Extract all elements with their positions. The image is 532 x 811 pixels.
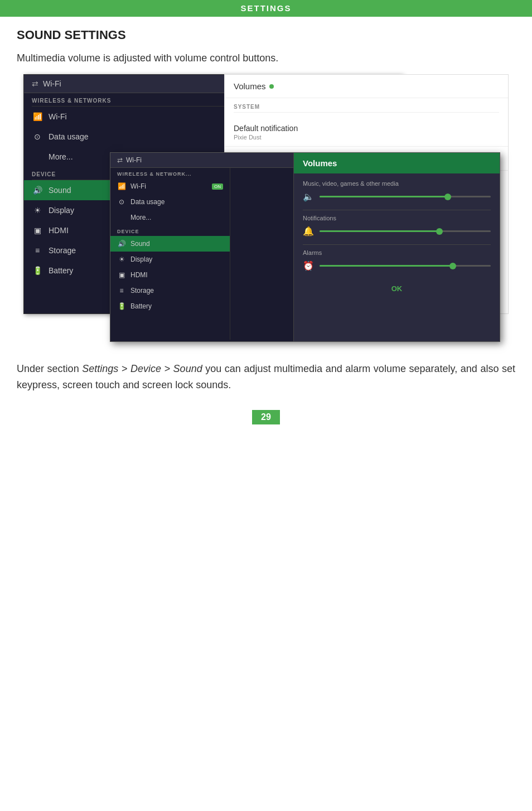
front-wifi-item[interactable]: 📶 Wi-Fi ON bbox=[110, 178, 230, 194]
volumes-row: Volumes bbox=[234, 81, 499, 91]
front-wifi-icon2: 📶 bbox=[117, 182, 126, 190]
display-icon: ☀ bbox=[32, 206, 43, 215]
right-panel-header: Volumes bbox=[225, 75, 508, 98]
notifications-vol-thumb bbox=[436, 228, 443, 235]
alarms-vol-row: ⏰ bbox=[303, 260, 491, 271]
more-label: More... bbox=[49, 152, 73, 161]
front-storage-label: Storage bbox=[130, 287, 154, 295]
volumes-dot bbox=[269, 84, 274, 89]
front-more-label: More... bbox=[130, 214, 151, 221]
display-label: Display bbox=[49, 206, 74, 215]
description-italic: Settings > Device > Sound bbox=[82, 363, 202, 374]
volumes-dialog-title: Volumes bbox=[303, 158, 491, 168]
front-data-icon: ⊙ bbox=[117, 198, 126, 206]
music-vol-row: 🔈 bbox=[303, 191, 491, 202]
front-data-item[interactable]: ⊙ Data usage bbox=[110, 194, 230, 210]
alarms-vol-fill bbox=[320, 265, 453, 267]
front-device-label: DEVICE bbox=[110, 225, 230, 236]
front-battery-item[interactable]: 🔋 Battery bbox=[110, 298, 230, 314]
page-number-container: 29 bbox=[17, 410, 515, 424]
main-content: SOUND SETTINGS Multimedia volume is adju… bbox=[0, 17, 532, 436]
front-display-label: Display bbox=[130, 255, 152, 263]
notification-item[interactable]: Default notification Pixie Dust bbox=[225, 118, 508, 146]
volumes-dialog-body: Music, video, games & other media 🔈 Noti… bbox=[294, 173, 500, 300]
front-sound-label: Sound bbox=[130, 240, 150, 248]
notifications-vol-fill bbox=[320, 230, 439, 232]
music-vol-fill bbox=[320, 196, 448, 197]
notification-sub: Pixie Dust bbox=[234, 134, 499, 141]
screenshot-front: ⇄ Wi-Fi WIRELESS & NETWORK... 📶 Wi-Fi ON… bbox=[110, 152, 500, 342]
page-title: SOUND SETTINGS bbox=[17, 28, 515, 42]
system-section: SYSTEM bbox=[225, 98, 508, 118]
front-battery-icon: 🔋 bbox=[117, 302, 126, 310]
music-label: Music, video, games & other media bbox=[303, 180, 491, 187]
front-wifi-text: Wi-Fi bbox=[126, 156, 142, 164]
music-vol-icon: 🔈 bbox=[303, 191, 314, 202]
hdmi-icon: ▣ bbox=[32, 226, 43, 235]
description-text: Under section Settings > Device > Sound … bbox=[17, 361, 515, 393]
data-usage-icon: ⊙ bbox=[32, 132, 43, 141]
front-sidebar: WIRELESS & NETWORK... 📶 Wi-Fi ON ⊙ Data … bbox=[110, 168, 230, 340]
front-display-item[interactable]: ☀ Display bbox=[110, 252, 230, 267]
front-hdmi-item[interactable]: ▣ HDMI bbox=[110, 267, 230, 283]
notifications-label: Notifications bbox=[303, 215, 491, 221]
battery-label: Battery bbox=[49, 266, 73, 275]
notifications-vol-track[interactable] bbox=[320, 230, 491, 232]
volumes-label[interactable]: Volumes bbox=[234, 81, 266, 91]
storage-icon: ≡ bbox=[32, 246, 43, 255]
subtitle: Multimedia volume is adjusted with volum… bbox=[17, 52, 515, 64]
sound-label: Sound bbox=[49, 186, 71, 195]
notifications-vol-icon: 🔔 bbox=[303, 226, 314, 236]
screenshot-container: ⇄ Wi-Fi WIRELESS & NETWORKS 📶 Wi-Fi ON ⊙… bbox=[23, 74, 509, 347]
ok-button[interactable]: OK bbox=[391, 284, 403, 293]
notifications-vol-row: 🔔 bbox=[303, 226, 491, 236]
music-vol-track[interactable] bbox=[320, 196, 491, 197]
front-hdmi-label: HDMI bbox=[130, 271, 148, 279]
music-vol-thumb bbox=[444, 194, 451, 200]
front-hdmi-icon: ▣ bbox=[117, 271, 126, 279]
alarms-vol-icon: ⏰ bbox=[303, 260, 314, 271]
data-usage-label: Data usage bbox=[49, 132, 89, 141]
front-storage-item[interactable]: ≡ Storage bbox=[110, 283, 230, 298]
header-bar: SETTINGS bbox=[0, 0, 532, 17]
front-display-icon: ☀ bbox=[117, 255, 126, 263]
front-wireless-label: WIRELESS & NETWORK... bbox=[110, 168, 230, 178]
page-number: 29 bbox=[252, 410, 280, 424]
front-storage-icon: ≡ bbox=[117, 287, 126, 295]
volumes-dialog: Volumes Music, video, games & other medi… bbox=[293, 153, 500, 341]
front-layout: WIRELESS & NETWORK... 📶 Wi-Fi ON ⊙ Data … bbox=[110, 168, 500, 340]
alarms-vol-thumb bbox=[449, 263, 456, 269]
alarms-vol-track[interactable] bbox=[320, 265, 491, 267]
front-wifi-label: Wi-Fi bbox=[130, 182, 146, 190]
sound-icon: 🔊 bbox=[32, 186, 43, 195]
storage-label: Storage bbox=[49, 246, 76, 255]
system-label: SYSTEM bbox=[234, 104, 499, 110]
front-wifi-toggle[interactable]: ON bbox=[212, 184, 223, 190]
ok-row: OK bbox=[303, 279, 491, 293]
battery-icon: 🔋 bbox=[32, 266, 43, 275]
front-sound-item[interactable]: 🔊 Sound bbox=[110, 236, 230, 252]
notification-label: Default notification bbox=[234, 124, 499, 133]
header-title: SETTINGS bbox=[240, 3, 291, 13]
front-more-item[interactable]: More... bbox=[110, 210, 230, 225]
front-wifi-icon: ⇄ bbox=[117, 156, 123, 164]
wifi-icon: ⇄ bbox=[32, 79, 38, 88]
wifi-menu-icon: 📶 bbox=[32, 112, 43, 121]
volumes-dialog-header: Volumes bbox=[294, 153, 500, 173]
wifi-label: Wi-Fi bbox=[49, 112, 67, 121]
hdmi-label: HDMI bbox=[49, 226, 69, 235]
alarms-label: Alarms bbox=[303, 249, 491, 256]
back-wifi-text: Wi-Fi bbox=[43, 79, 61, 88]
front-sound-icon: 🔊 bbox=[117, 240, 126, 248]
front-data-label: Data usage bbox=[130, 198, 165, 206]
front-battery-label: Battery bbox=[130, 302, 152, 310]
